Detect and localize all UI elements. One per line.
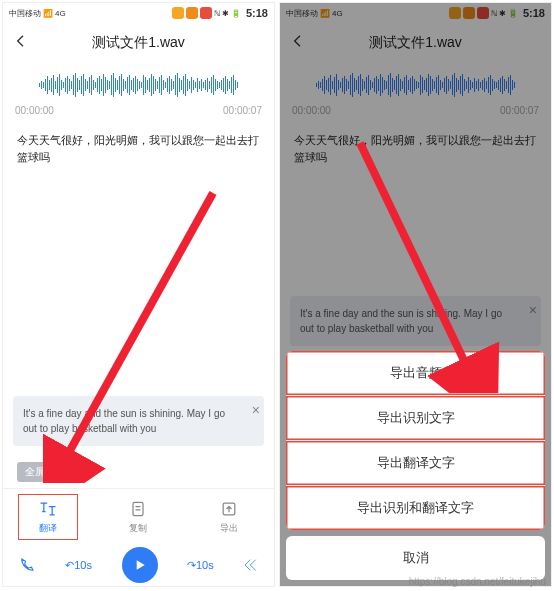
copy-button[interactable]: 复制	[108, 499, 168, 535]
export-translation-text-option[interactable]: 导出翻译文字	[286, 441, 545, 486]
svg-rect-0	[133, 502, 143, 515]
waveform[interactable]	[3, 63, 274, 103]
export-action-sheet: 导出音频 导出识别文字 导出翻译文字 导出识别和翻译文字 取消	[280, 351, 551, 586]
time-row: 00:00:00 00:00:07	[3, 103, 274, 124]
phone-screen-left: 中国移动 📶4G ℕ ✱ 🔋 5:18 测试文件1.wav 00:00:00 0…	[2, 2, 275, 587]
page-title: 测试文件1.wav	[92, 34, 185, 52]
translation-text: It's a fine day and the sun is shining. …	[23, 408, 225, 434]
clock: 5:18	[523, 7, 545, 19]
tool-label: 翻译	[39, 522, 57, 535]
battery-icon: 🔋	[508, 9, 518, 18]
notif-icon	[449, 7, 461, 19]
carrier-label: 中国移动	[9, 8, 41, 19]
fullscreen-button[interactable]: 全屏	[17, 462, 53, 482]
phone-screen-right: 中国移动 📶4G ℕ ✱ 🔋 5:18 测试文件1.wav 00:00:00 0…	[279, 2, 552, 587]
copy-icon	[128, 499, 148, 519]
nfc-icon: ℕ	[491, 9, 497, 18]
header: 测试文件1.wav	[280, 23, 551, 63]
battery-icon: 🔋	[231, 9, 241, 18]
tool-label: 复制	[129, 522, 147, 535]
close-icon[interactable]: ×	[529, 300, 537, 321]
page-title: 测试文件1.wav	[369, 34, 462, 52]
time-start: 00:00:00	[292, 105, 331, 116]
bluetooth-icon: ✱	[499, 9, 506, 18]
export-button[interactable]: 导出	[199, 499, 259, 535]
export-icon	[219, 499, 239, 519]
play-button[interactable]	[122, 547, 158, 583]
toolbar: 翻译 复制 导出	[3, 488, 274, 544]
watermark: https://blog.csdn.net/feitukejihu	[409, 576, 546, 587]
notif-icon	[186, 7, 198, 19]
time-row: 00:00:00 00:00:07	[280, 103, 551, 124]
translation-panel: × It's a fine day and the sun is shining…	[13, 396, 264, 446]
status-bar: 中国移动 📶4G ℕ ✱ 🔋 5:18	[3, 3, 274, 23]
cancel-button[interactable]: 取消	[286, 536, 545, 580]
notif-icon	[200, 7, 212, 19]
export-audio-option[interactable]: 导出音频	[286, 351, 545, 396]
playbar: ↶10s ↷10s	[3, 544, 274, 586]
notif-icon	[172, 7, 184, 19]
header: 测试文件1.wav	[3, 23, 274, 63]
carrier-label: 中国移动	[286, 8, 318, 19]
time-start: 00:00:00	[15, 105, 54, 116]
transcript-text: 今天天气很好，阳光明媚，我可以跟您一起出去打篮球吗	[3, 124, 274, 173]
export-recognition-text-option[interactable]: 导出识别文字	[286, 396, 545, 441]
nfc-icon: ℕ	[214, 9, 220, 18]
tool-label: 导出	[220, 522, 238, 535]
time-end: 00:00:07	[500, 105, 539, 116]
notif-icon	[463, 7, 475, 19]
transcript-text: 今天天气很好，阳光明媚，我可以跟您一起出去打篮球吗	[280, 124, 551, 173]
translation-panel: × It's a fine day and the sun is shining…	[290, 296, 541, 346]
translate-button[interactable]: 翻译	[18, 494, 78, 540]
close-icon[interactable]: ×	[252, 400, 260, 421]
bluetooth-icon: ✱	[222, 9, 229, 18]
time-end: 00:00:07	[223, 105, 262, 116]
status-bar: 中国移动 📶4G ℕ ✱ 🔋 5:18	[280, 3, 551, 23]
back-button[interactable]	[290, 33, 310, 53]
export-both-text-option[interactable]: 导出识别和翻译文字	[286, 486, 545, 530]
clock: 5:18	[246, 7, 268, 19]
translate-icon	[38, 499, 58, 519]
speed-button[interactable]	[243, 557, 259, 573]
phone-icon[interactable]	[18, 556, 36, 574]
rewind-button[interactable]: ↶10s	[65, 559, 92, 572]
translation-text: It's a fine day and the sun is shining. …	[300, 308, 502, 334]
notif-icon	[477, 7, 489, 19]
forward-button[interactable]: ↷10s	[187, 559, 214, 572]
back-button[interactable]	[13, 33, 33, 53]
waveform[interactable]	[280, 63, 551, 103]
